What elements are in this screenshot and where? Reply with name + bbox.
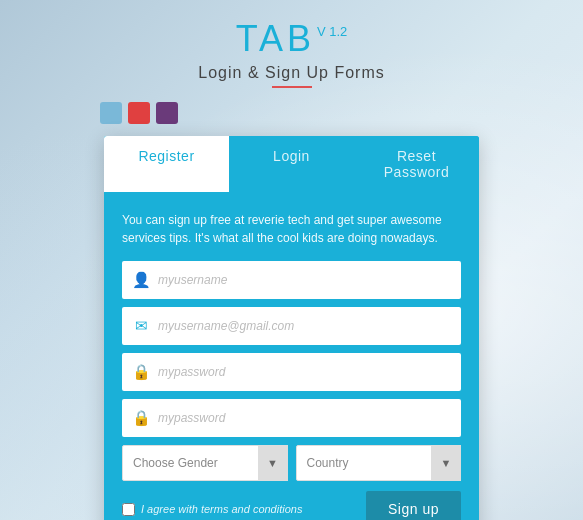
lock-icon-2: 🔒 (132, 409, 150, 427)
app-subtitle: Login & Sign Up Forms (198, 64, 384, 82)
username-field-group: 👤 (122, 261, 461, 299)
email-field-group: ✉ (122, 307, 461, 345)
password-input[interactable] (158, 365, 451, 379)
tab-reset-password[interactable]: Reset Password (354, 136, 479, 195)
swatch-blue[interactable] (100, 102, 122, 124)
confirm-password-field-group: 🔒 (122, 399, 461, 437)
terms-text: I agree with terms and conditions (141, 503, 302, 515)
form-description: You can sign up free at reverie tech and… (122, 211, 461, 247)
email-input[interactable] (158, 319, 451, 333)
lock-icon-1: 🔒 (132, 363, 150, 381)
tab-login[interactable]: Login (229, 136, 354, 195)
app-version: V 1.2 (317, 24, 347, 39)
person-icon: 👤 (132, 271, 150, 289)
form-bottom-row: I agree with terms and conditions Sign u… (122, 491, 461, 520)
gender-select[interactable]: Choose Gender Male Female Other (122, 445, 288, 481)
app-title-container: TAB V 1.2 (236, 18, 348, 60)
password-field-group: 🔒 (122, 353, 461, 391)
country-select[interactable]: Country United States United Kingdom Can… (296, 445, 462, 481)
form-body: You can sign up free at reverie tech and… (104, 195, 479, 520)
app-title: TAB (236, 18, 315, 60)
tab-bar: Register Login Reset Password (104, 136, 479, 195)
swatch-purple[interactable] (156, 102, 178, 124)
form-card: Register Login Reset Password You can si… (104, 136, 479, 520)
terms-checkbox[interactable] (122, 503, 135, 516)
selects-row: Choose Gender Male Female Other ▼ Countr… (122, 445, 461, 481)
confirm-password-input[interactable] (158, 411, 451, 425)
username-input[interactable] (158, 273, 451, 287)
swatch-red[interactable] (128, 102, 150, 124)
signup-button[interactable]: Sign up (366, 491, 461, 520)
gender-select-group: Choose Gender Male Female Other ▼ (122, 445, 288, 481)
terms-label[interactable]: I agree with terms and conditions (122, 503, 302, 516)
color-swatches (100, 102, 178, 124)
subtitle-underline (272, 86, 312, 88)
email-icon: ✉ (132, 317, 150, 335)
tab-register[interactable]: Register (104, 136, 229, 195)
country-select-group: Country United States United Kingdom Can… (296, 445, 462, 481)
